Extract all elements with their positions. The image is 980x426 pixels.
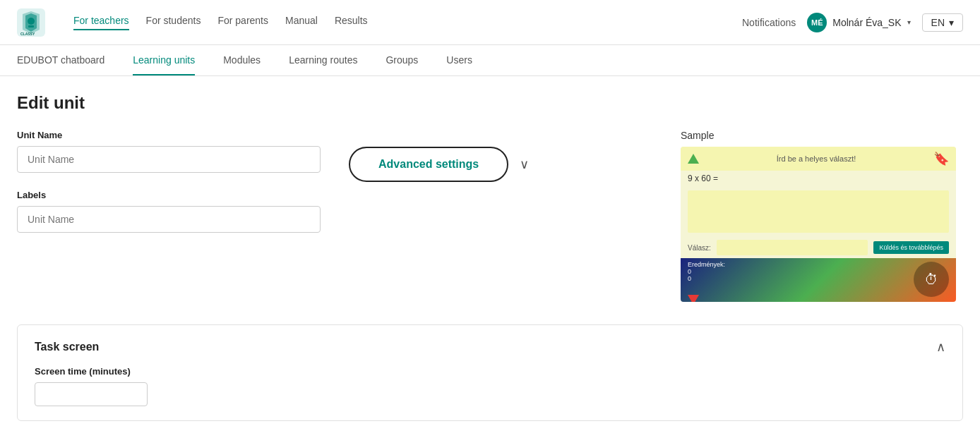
labels-group: Labels <box>17 190 321 233</box>
preview-bottom: Eredmények: 0 0 ⏱ <box>681 258 956 302</box>
sample-preview: Írd be a helyes választ! 🔖 9 x 60 = Vála… <box>681 147 956 302</box>
user-avatar: MÉ <box>807 13 827 32</box>
language-label: EN <box>931 17 945 28</box>
advanced-settings-area: Advanced settings ∨ <box>349 147 529 182</box>
user-name: Molnár Éva_SK <box>832 17 901 28</box>
svg-point-3 <box>28 18 35 25</box>
screen-time-label: Screen time (minutes) <box>35 366 945 377</box>
preview-yellow-area <box>688 190 949 233</box>
tab-edubot-chatboard[interactable]: EDUBOT chatboard <box>17 45 104 75</box>
main-content: Edit unit Unit Name Labels Advanced sett… <box>0 76 980 421</box>
preview-eredmenyek: Eredmények: 0 0 <box>688 261 725 282</box>
unit-name-label: Unit Name <box>17 130 321 140</box>
nav-for-students[interactable]: For students <box>146 15 201 30</box>
preview-bookmark-icon: 🔖 <box>933 151 949 166</box>
tab-users[interactable]: Users <box>446 45 472 75</box>
svg-rect-4 <box>28 25 34 28</box>
main-menu: For teachers For students For parents Ma… <box>73 15 742 30</box>
unit-name-input[interactable] <box>17 146 321 173</box>
edit-left-column: Unit Name Labels <box>17 130 321 302</box>
top-right-area: Notifications MÉ Molnár Éva_SK ▾ EN ▾ <box>742 13 963 32</box>
nav-for-parents[interactable]: For parents <box>217 15 268 30</box>
user-chevron-icon: ▾ <box>907 18 911 26</box>
language-chevron-icon: ▾ <box>949 17 954 28</box>
edit-middle-column: Advanced settings ∨ <box>349 130 652 302</box>
preview-answer-box <box>717 240 868 255</box>
user-menu[interactable]: MÉ Molnár Éva_SK ▾ <box>807 13 910 32</box>
preview-timer-icon: ⏱ <box>914 262 949 297</box>
notifications-button[interactable]: Notifications <box>742 17 796 28</box>
preview-send-button: Küldés és továbblépés <box>873 241 949 254</box>
nav-results[interactable]: Results <box>335 15 368 30</box>
advanced-settings-chevron-icon[interactable]: ∨ <box>520 157 529 172</box>
screen-time-input[interactable] <box>35 382 148 406</box>
preview-answer-row: Válasz: Küldés és továbblépés <box>681 237 956 258</box>
task-section-title: Task screen <box>35 341 99 353</box>
tab-learning-routes[interactable]: Learning routes <box>289 45 357 75</box>
logo-icon: CLASSY <box>17 8 45 37</box>
preview-question-text: Írd be a helyes választ! <box>699 154 933 163</box>
labels-input[interactable] <box>17 206 321 233</box>
preview-answer-label: Válasz: <box>688 244 711 252</box>
edit-right-column: Sample Írd be a helyes választ! 🔖 9 x 60… <box>681 130 963 302</box>
top-navigation: CLASSY For teachers For students For par… <box>0 0 980 45</box>
task-section-header: Task screen ∧ <box>35 339 945 355</box>
logo[interactable]: CLASSY <box>17 8 51 37</box>
labels-label: Labels <box>17 190 321 200</box>
advanced-settings-ellipse[interactable]: Advanced settings <box>349 147 508 182</box>
sample-label: Sample <box>681 130 963 141</box>
task-screen-section: Task screen ∧ Screen time (minutes) <box>17 324 963 421</box>
nav-manual[interactable]: Manual <box>285 15 318 30</box>
collapse-button[interactable]: ∧ <box>936 339 945 355</box>
preview-math-text: 9 x 60 = <box>681 171 956 186</box>
preview-red-triangle-icon <box>688 295 699 302</box>
language-selector[interactable]: EN ▾ <box>922 13 963 32</box>
tab-groups[interactable]: Groups <box>386 45 418 75</box>
preview-header: Írd be a helyes választ! 🔖 <box>681 147 956 171</box>
tab-learning-units[interactable]: Learning units <box>133 45 195 75</box>
secondary-navigation: EDUBOT chatboard Learning units Modules … <box>0 45 980 76</box>
advanced-settings-label: Advanced settings <box>378 158 479 170</box>
page-title: Edit unit <box>17 93 963 113</box>
svg-text:CLASSY: CLASSY <box>20 32 35 36</box>
nav-for-teachers[interactable]: For teachers <box>73 15 129 30</box>
edit-layout: Unit Name Labels Advanced settings ∨ Sam… <box>17 130 963 302</box>
unit-name-group: Unit Name <box>17 130 321 173</box>
tab-modules[interactable]: Modules <box>223 45 261 75</box>
preview-triangle-icon <box>688 154 699 164</box>
